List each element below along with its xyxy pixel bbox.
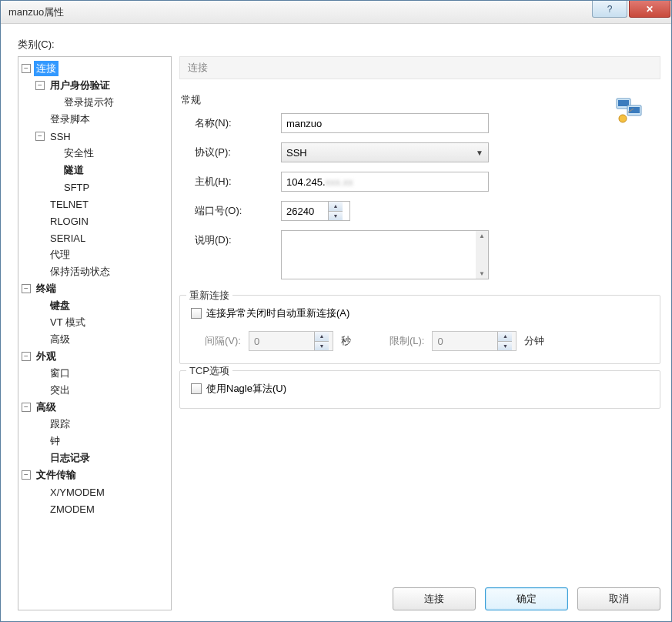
section-header: 连接 [179, 56, 660, 79]
tree-label: 终端 [34, 281, 59, 296]
category-tree[interactable]: − 连接 − 用户身份验证 登录提示符 [18, 56, 172, 610]
tree-item-proxy[interactable]: 代理 [35, 246, 169, 263]
tree-item-advanced[interactable]: − 高级 [22, 399, 169, 416]
limit-label: 限制(L): [389, 334, 425, 348]
tree-label: SERIAL [48, 232, 88, 245]
spin-down-icon[interactable]: ▼ [329, 212, 343, 221]
limit-unit: 分钟 [524, 334, 544, 348]
tree-label: RLOGIN [48, 215, 91, 228]
tree-label: TELNET [48, 198, 91, 211]
protocol-select[interactable]: SSH ▼ [281, 142, 489, 162]
reconnect-label: 重新连接 [186, 289, 232, 303]
tcp-label: TCP选项 [186, 364, 232, 378]
window-title: manzuo属性 [8, 5, 64, 19]
protocol-label: 协议(P): [181, 145, 281, 159]
general-group: 常规 名称(N): 协议(P): [179, 90, 660, 289]
nagle-label: 使用Nagle算法(U) [206, 382, 286, 396]
tree-label: X/YMODEM [48, 486, 107, 499]
tree-item-rlogin[interactable]: RLOGIN [35, 212, 169, 229]
interval-unit: 秒 [341, 334, 351, 348]
dialog-content: 类别(C): − 连接 − [1, 24, 671, 621]
tree-item-login-prompt[interactable]: 登录提示符 [49, 94, 169, 111]
desc-textarea[interactable] [281, 230, 476, 279]
tree-item-terminal[interactable]: − 终端 [22, 280, 169, 297]
host-input[interactable]: 104.245.xxx.xx [281, 172, 489, 192]
help-button[interactable]: ? [592, 1, 627, 18]
tree-item-sftp[interactable]: SFTP [49, 179, 169, 196]
tree-item-login-script[interactable]: 登录脚本 [35, 111, 169, 128]
tree-item-telnet[interactable]: TELNET [35, 196, 169, 212]
tree-item-user-auth[interactable]: − 用户身份验证 [35, 77, 169, 94]
limit-spinner[interactable]: ▲ ▼ [432, 331, 517, 351]
tree-item-file-transfer[interactable]: − 文件传输 [22, 466, 169, 483]
tree-item-trace[interactable]: 跟踪 [35, 416, 169, 433]
svg-point-4 [619, 115, 627, 122]
interval-spinner[interactable]: ▲ ▼ [249, 331, 333, 351]
tree-item-keepalive[interactable]: 保持活动状态 [35, 263, 169, 280]
tree-item-tunnel[interactable]: 隧道 [49, 162, 169, 179]
interval-label: 间隔(V): [205, 334, 241, 348]
tree-label: 钟 [48, 433, 62, 449]
tree-item-zmodem[interactable]: ZMODEM [35, 500, 169, 517]
collapse-icon[interactable]: − [22, 284, 31, 293]
auto-reconnect-label: 连接异常关闭时自动重新连接(A) [206, 306, 349, 320]
auto-reconnect-checkbox[interactable] [191, 308, 202, 319]
tree-item-keyboard[interactable]: 键盘 [35, 297, 169, 314]
tree-item-serial[interactable]: SERIAL [35, 229, 169, 246]
close-button[interactable]: ✕ [629, 1, 670, 18]
tree-item-vt-mode[interactable]: VT 模式 [35, 314, 169, 331]
host-prefix: 104.245. [286, 176, 326, 188]
interval-input[interactable] [249, 332, 314, 350]
tree-item-ssh[interactable]: − SSH [35, 128, 169, 145]
tree-label: 高级 [48, 332, 72, 347]
tree-label: 高级 [34, 400, 59, 415]
scrollbar[interactable]: ▲ ▼ [476, 230, 489, 279]
svg-rect-1 [618, 100, 629, 106]
ok-button[interactable]: 确定 [485, 587, 568, 610]
name-input[interactable] [281, 113, 489, 133]
tree-label: 日志记录 [48, 450, 92, 466]
collapse-icon[interactable]: − [22, 403, 31, 412]
general-label: 常规 [181, 93, 659, 107]
port-spinner[interactable]: ▲ ▼ [281, 201, 350, 221]
collapse-icon[interactable]: − [22, 470, 31, 480]
name-label: 名称(N): [181, 116, 281, 130]
collapse-icon[interactable]: − [35, 81, 45, 90]
tree-label: 连接 [34, 61, 59, 76]
collapse-icon[interactable]: − [35, 132, 45, 141]
port-input[interactable] [282, 202, 328, 220]
nagle-checkbox[interactable] [191, 383, 202, 394]
tree-label: 窗口 [48, 366, 72, 381]
collapse-icon[interactable]: − [22, 352, 31, 361]
tree-label: 用户身份验证 [48, 78, 112, 93]
spin-up-icon[interactable]: ▲ [315, 332, 329, 342]
port-label: 端口号(O): [181, 204, 281, 218]
spin-up-icon[interactable]: ▲ [498, 332, 512, 342]
tree-label: 保持活动状态 [48, 264, 112, 279]
tree-label: 跟踪 [48, 416, 72, 432]
tree-item-connection[interactable]: − 连接 [22, 60, 169, 77]
cancel-button[interactable]: 取消 [577, 587, 660, 610]
scroll-down-icon: ▼ [479, 270, 485, 277]
tree-item-appearance[interactable]: − 外观 [22, 348, 169, 365]
tree-item-xymodem[interactable]: X/YMODEM [35, 483, 169, 500]
tree-item-window[interactable]: 窗口 [35, 365, 169, 382]
limit-input[interactable] [433, 332, 497, 350]
tree-item-security[interactable]: 安全性 [49, 145, 169, 162]
tree-item-logging[interactable]: 日志记录 [35, 450, 169, 466]
spin-down-icon[interactable]: ▼ [498, 342, 512, 351]
panels: − 连接 − 用户身份验证 登录提示符 [18, 56, 660, 610]
host-label: 主机(H): [181, 175, 281, 189]
connect-button[interactable]: 连接 [393, 587, 476, 610]
host-blurred: xxx.xx [326, 176, 353, 188]
protocol-value: SSH [286, 147, 307, 159]
spin-up-icon[interactable]: ▲ [329, 202, 343, 212]
tree-item-popout[interactable]: 突出 [35, 382, 169, 399]
spin-down-icon[interactable]: ▼ [315, 342, 329, 351]
tree-item-bell[interactable]: 钟 [35, 433, 169, 450]
tree-label: 代理 [48, 247, 72, 263]
tree-item-term-advanced[interactable]: 高级 [35, 331, 169, 348]
tree-label: VT 模式 [48, 315, 88, 330]
collapse-icon[interactable]: − [22, 64, 31, 73]
tree-label: SFTP [62, 181, 92, 194]
